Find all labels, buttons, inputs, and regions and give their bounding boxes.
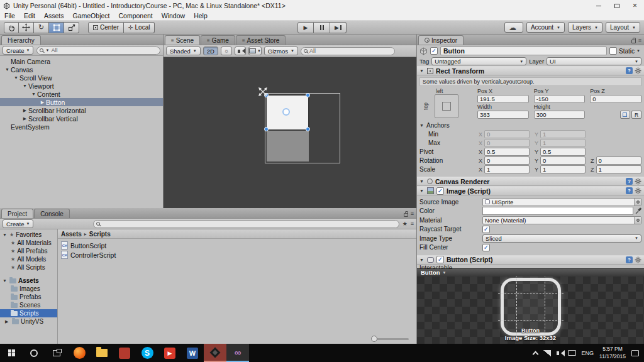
hand-tool-button[interactable]: [4, 22, 19, 33]
image-type-dropdown[interactable]: Sliced▼: [482, 234, 641, 243]
file-controllerscript[interactable]: C#ControllerScript: [59, 250, 415, 260]
keyboard-icon[interactable]: [568, 350, 576, 356]
pause-button[interactable]: [314, 22, 330, 33]
taskbar-app-firefox[interactable]: [68, 344, 91, 362]
rect-tool-button[interactable]: [49, 22, 64, 33]
taskbar-app-explorer[interactable]: [91, 344, 113, 362]
foldout-arrow[interactable]: ▼: [3, 278, 8, 283]
tab-asset-store[interactable]: ≡Asset Store: [236, 35, 286, 45]
search-by-type-icon[interactable]: ≡: [411, 221, 414, 227]
menu-window[interactable]: Window: [157, 12, 189, 19]
image-enabled-checkbox[interactable]: ✓: [436, 187, 444, 195]
fill-center-checkbox[interactable]: ✓: [482, 244, 490, 251]
foldout-arrow[interactable]: ▶: [5, 319, 10, 324]
pivot-y-field[interactable]: 0.5: [540, 148, 586, 156]
hierarchy-search-input[interactable]: ▼All: [36, 47, 160, 55]
scale-z-field[interactable]: 1: [596, 165, 642, 173]
hierarchy-create-button[interactable]: Create▼: [3, 46, 33, 55]
foldout-arrow[interactable]: ▶: [21, 116, 28, 121]
clock[interactable]: 5:57 PM 11/17/2015: [599, 346, 626, 359]
canvas-renderer-header[interactable]: ▼ Canvas Renderer ?: [417, 177, 644, 186]
foldout-arrow[interactable]: ▼: [419, 69, 425, 73]
favorite-all-scripts[interactable]: ★All Scripts: [0, 263, 57, 272]
layers-dropdown[interactable]: Layers▼: [568, 22, 602, 33]
rotation-y-field[interactable]: 0: [540, 156, 586, 165]
folder-images[interactable]: Images: [0, 285, 57, 293]
anchor-min-x-field[interactable]: 0: [484, 130, 530, 138]
raw-edit-button[interactable]: R: [631, 111, 641, 119]
hierarchy-item-main-camera[interactable]: Main Camera: [0, 57, 163, 65]
folder-prefabs[interactable]: Prefabs: [0, 293, 57, 301]
search-by-label-icon[interactable]: ★: [402, 221, 408, 227]
taskbar-app-media[interactable]: ▶: [158, 344, 181, 362]
scene-audio-button[interactable]: [235, 47, 246, 55]
scale-y-field[interactable]: 1: [540, 165, 586, 173]
foldout-arrow[interactable]: ▶: [21, 108, 28, 113]
lock-icon[interactable]: [404, 213, 408, 217]
hierarchy-item-canvas[interactable]: ▼Canvas: [0, 65, 163, 74]
foldout-arrow[interactable]: ▼: [13, 75, 19, 80]
object-picker-button[interactable]: [634, 199, 641, 206]
move-gizmo-icon[interactable]: [258, 87, 268, 97]
tag-dropdown[interactable]: Untagged▼: [431, 57, 526, 65]
layout-dropdown[interactable]: Layout▼: [606, 22, 640, 33]
raycast-target-checkbox[interactable]: ✓: [482, 226, 490, 233]
foldout-arrow[interactable]: ▼: [3, 233, 8, 237]
tab-inspector[interactable]: Inspector: [418, 35, 464, 45]
preview-header[interactable]: Button ▼: [417, 268, 644, 277]
width-field[interactable]: 383: [477, 111, 529, 119]
taskbar-app-word[interactable]: W: [181, 344, 204, 362]
notification-center-icon[interactable]: [631, 350, 639, 356]
help-icon[interactable]: ?: [626, 67, 633, 74]
button-enabled-checkbox[interactable]: ✓: [436, 256, 444, 263]
thumbnail-size-slider[interactable]: [372, 338, 409, 340]
tab-hierarchy[interactable]: Hierarchy: [1, 35, 41, 45]
rect-handle-bottom-left[interactable]: [264, 127, 269, 131]
file-buttonscript[interactable]: C#ButtonScript: [59, 241, 415, 250]
hierarchy-item-eventsystem[interactable]: EventSystem: [0, 123, 163, 131]
ui-panel-sprite[interactable]: [267, 131, 309, 162]
favorite-all-materials[interactable]: ★All Materials: [0, 239, 57, 247]
menu-edit[interactable]: Edit: [19, 12, 40, 19]
hierarchy-item-scrollbar-vertical[interactable]: ▶Scrollbar Vertical: [0, 114, 163, 123]
scene-search-input[interactable]: All: [301, 47, 395, 55]
scene-effects-button[interactable]: ▼: [248, 47, 262, 55]
search-button[interactable]: [23, 344, 45, 362]
favorite-all-models[interactable]: ★All Models: [0, 255, 57, 263]
foldout-arrow[interactable]: ▼: [419, 189, 425, 193]
help-icon[interactable]: ?: [626, 178, 633, 185]
active-checkbox[interactable]: ✓: [430, 47, 438, 55]
taskbar-app-red[interactable]: [113, 344, 136, 362]
menu-assets[interactable]: Assets: [40, 12, 69, 19]
scale-x-field[interactable]: 1: [484, 165, 530, 173]
foldout-arrow[interactable]: ▼: [419, 179, 425, 184]
breadcrumb-root[interactable]: Assets: [61, 231, 82, 238]
color-swatch[interactable]: [482, 207, 633, 215]
object-picker-button[interactable]: [634, 217, 641, 224]
tray-expand-icon[interactable]: [532, 351, 538, 357]
foldout-arrow[interactable]: ▶: [39, 100, 46, 105]
foldout-arrow[interactable]: ▼: [419, 123, 425, 128]
rect-handle-bottom-right[interactable]: [306, 127, 310, 131]
pivot-handle[interactable]: [282, 108, 290, 116]
foldout-arrow[interactable]: ▼: [21, 84, 28, 88]
cloud-button[interactable]: ☁: [504, 22, 523, 33]
language-indicator[interactable]: ENG: [582, 350, 594, 356]
menu-gameobject[interactable]: GameObject: [69, 12, 114, 19]
gameobject-name-field[interactable]: Button: [440, 47, 607, 55]
project-create-button[interactable]: Create▼: [3, 219, 33, 228]
gizmos-dropdown[interactable]: Gizmos▼: [264, 47, 298, 55]
menu-help[interactable]: Help: [189, 12, 212, 19]
start-button[interactable]: [0, 344, 23, 362]
anchor-min-y-field[interactable]: 1: [540, 130, 586, 138]
help-icon[interactable]: ?: [626, 187, 633, 194]
layer-dropdown[interactable]: UI▼: [547, 57, 641, 65]
minimize-button[interactable]: [589, 0, 608, 11]
scale-tool-button[interactable]: [64, 22, 79, 33]
tab-project[interactable]: Project: [1, 209, 33, 218]
2d-toggle-button[interactable]: 2D: [203, 47, 218, 55]
menu-file[interactable]: File: [0, 12, 19, 19]
foldout-arrow[interactable]: ▼: [30, 92, 37, 96]
height-field[interactable]: 300: [534, 111, 586, 119]
taskbar-app-skype[interactable]: S: [136, 344, 158, 362]
